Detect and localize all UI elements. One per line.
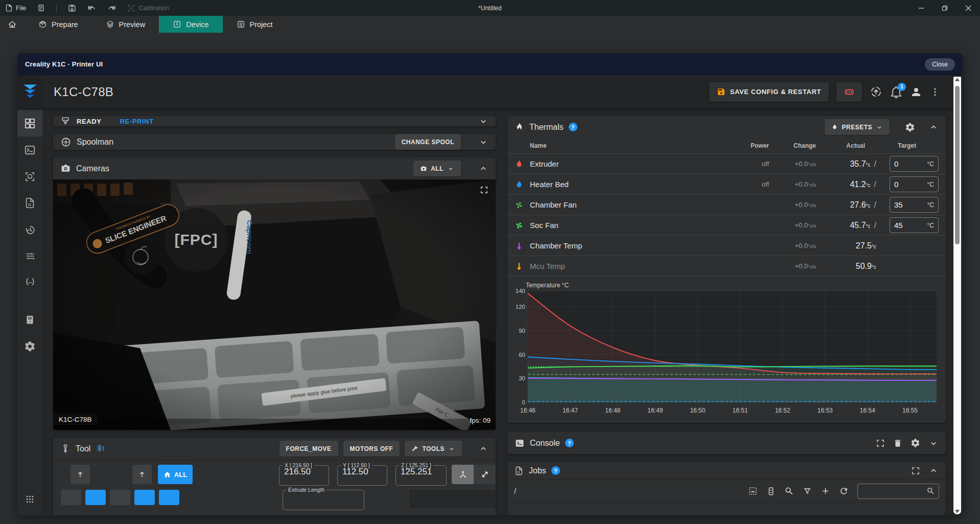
- motors-off-button[interactable]: MOTORS OFF: [343, 441, 400, 457]
- jog-button[interactable]: [61, 490, 81, 505]
- change-spool-button[interactable]: CHANGE SPOOL: [395, 134, 461, 150]
- dialog-scrollbar[interactable]: [953, 77, 961, 514]
- cooldown-icon[interactable]: [96, 444, 105, 453]
- thermal-name[interactable]: Soc Fan: [526, 221, 737, 230]
- calibration-button[interactable]: Calibration: [127, 4, 169, 12]
- save-button[interactable]: [68, 4, 76, 12]
- sidebar-item-apps[interactable]: [17, 486, 42, 512]
- jog-button[interactable]: [85, 490, 106, 505]
- jog-button[interactable]: [159, 490, 179, 505]
- tab-project[interactable]: Project: [223, 16, 287, 33]
- sidebar-item-machine[interactable]: [17, 306, 42, 333]
- account-button[interactable]: [910, 86, 922, 98]
- help-icon[interactable]: ?: [551, 466, 560, 475]
- presets-button[interactable]: PRESETS: [825, 119, 890, 135]
- add-icon[interactable]: [821, 486, 830, 496]
- search-icon[interactable]: [784, 486, 794, 496]
- chevron-down-icon[interactable]: [928, 438, 939, 448]
- sidebar-item-control[interactable]: [17, 163, 42, 190]
- menu-kebab-button[interactable]: [930, 87, 940, 97]
- help-icon[interactable]: ?: [569, 123, 577, 131]
- thermals-panel: Thermals ? PRESETS Name Power: [507, 116, 946, 423]
- jog-button[interactable]: [110, 490, 130, 505]
- refresh-icon[interactable]: [839, 486, 849, 496]
- thermal-chart[interactable]: Temperature °C 030609012014016:4616:4716…: [507, 276, 946, 423]
- jog-z-up-button[interactable]: [132, 465, 152, 484]
- tab-prepare[interactable]: Prepare: [25, 16, 92, 33]
- relative-mode-toggle[interactable]: [474, 465, 496, 484]
- reprint-button[interactable]: RE-PRINT: [120, 118, 154, 125]
- chevron-up-icon[interactable]: [928, 122, 939, 132]
- notes-button[interactable]: [37, 4, 45, 12]
- jobs-search-input[interactable]: [861, 487, 926, 495]
- absolute-mode-toggle[interactable]: [452, 465, 474, 484]
- sidebar-item-settings[interactable]: [17, 333, 42, 359]
- sidebar-item-console[interactable]: [17, 136, 42, 163]
- redo-button[interactable]: [107, 4, 116, 12]
- scroll-up-icon[interactable]: [954, 77, 960, 82]
- camera-view[interactable]: [FPC] THERMODYNAMICS BY SLICE ENGINEER: [53, 179, 496, 430]
- sidebar-item-gcode-files[interactable]: [17, 190, 42, 216]
- extrude-length-field[interactable]: Extrude Length: [283, 487, 364, 510]
- sidebar-item-tune[interactable]: [17, 243, 42, 269]
- jobs-icon: [515, 466, 524, 475]
- trash-icon[interactable]: [893, 439, 902, 448]
- notifications-button[interactable]: 1: [890, 86, 902, 98]
- tab-preview[interactable]: Preview: [92, 16, 159, 33]
- maximize-button[interactable]: [933, 0, 956, 16]
- jobs-search-box[interactable]: [857, 484, 939, 499]
- target-input[interactable]: 0°C: [890, 156, 939, 172]
- tab-home[interactable]: [0, 16, 25, 33]
- undo-button[interactable]: [87, 4, 96, 12]
- minimize-button[interactable]: [909, 0, 933, 16]
- close-window-button[interactable]: [956, 0, 980, 16]
- console-fullscreen-icon[interactable]: [876, 439, 885, 448]
- sidebar-item-machine-config[interactable]: [17, 269, 42, 296]
- update-button[interactable]: [870, 85, 882, 98]
- col-target: Target: [876, 142, 939, 149]
- console-settings-icon[interactable]: [911, 438, 920, 448]
- thumbnails-toggle-icon[interactable]: [748, 486, 758, 496]
- z-position-field[interactable]: Z [ 125.251 ] 125.251: [395, 462, 447, 486]
- sidebar-item-dashboard[interactable]: [17, 110, 42, 136]
- thermals-settings-icon[interactable]: [905, 122, 915, 132]
- x-position-field[interactable]: X [ 216.50 ] 216.50: [279, 462, 329, 486]
- chevron-up-icon[interactable]: [478, 444, 488, 454]
- chevron-down-icon[interactable]: [478, 137, 488, 147]
- help-icon[interactable]: ?: [565, 439, 574, 447]
- camera-fullscreen-icon[interactable]: [480, 186, 488, 194]
- sidebar-item-history[interactable]: [17, 216, 42, 243]
- chevron-up-icon[interactable]: [478, 164, 488, 174]
- emergency-stop-button[interactable]: [836, 82, 862, 102]
- thermal-name[interactable]: Heater Bed: [526, 180, 737, 189]
- target-input[interactable]: 45°C: [890, 217, 939, 233]
- scrollbar-thumb[interactable]: [955, 86, 960, 244]
- camera-selector-button[interactable]: ALL: [413, 161, 461, 176]
- cameras-title: Cameras: [76, 164, 109, 173]
- thermal-name[interactable]: Chamber Fan: [526, 200, 737, 209]
- target-input[interactable]: 0°C: [890, 176, 939, 192]
- file-menu[interactable]: File: [5, 4, 26, 12]
- close-button[interactable]: Close: [925, 58, 955, 71]
- thermal-name[interactable]: Extruder: [526, 160, 737, 168]
- scroll-down-icon[interactable]: [954, 509, 960, 514]
- tools-button[interactable]: TOOLS: [405, 441, 462, 457]
- svg-text:120: 120: [516, 304, 525, 310]
- chevron-up-icon[interactable]: [928, 466, 939, 476]
- save-config-restart-button[interactable]: SAVE CONFIG & RESTART: [709, 82, 829, 102]
- tab-device[interactable]: Device: [159, 16, 222, 33]
- jobs-path[interactable]: /: [514, 487, 516, 495]
- thermal-name[interactable]: Mcu Temp: [526, 262, 737, 270]
- force-move-button[interactable]: FORCE_MOVE: [279, 441, 338, 457]
- jog-button[interactable]: [134, 490, 155, 505]
- y-position-field[interactable]: Y [ 112.50 ] 112.50: [337, 462, 387, 486]
- thermal-name[interactable]: Chamber Temp: [526, 241, 737, 250]
- table-view-icon[interactable]: [766, 487, 776, 496]
- jobs-fullscreen-icon[interactable]: [911, 466, 920, 475]
- mainsail-logo[interactable]: [17, 75, 42, 108]
- filter-icon[interactable]: [803, 487, 812, 496]
- chevron-down-icon[interactable]: [478, 116, 488, 126]
- target-input[interactable]: 35°C: [890, 197, 939, 213]
- jog-up-button[interactable]: [71, 465, 90, 484]
- home-all-button[interactable]: ALL: [158, 465, 193, 484]
